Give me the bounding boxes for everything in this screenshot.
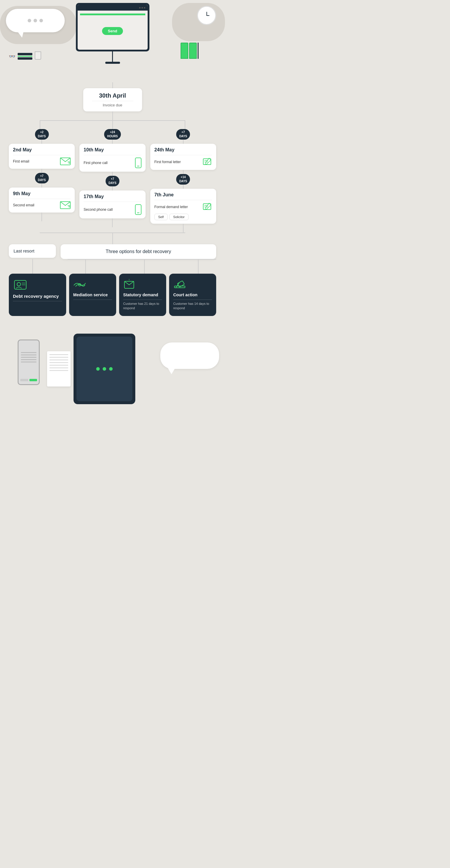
- coffee-cup-icon: [35, 52, 41, 60]
- flow-container: 30th April Invoice due +2 DAYS: [0, 82, 225, 316]
- binders: [181, 42, 199, 59]
- speech-bubble: [6, 9, 65, 32]
- last-resort-box: Last resort: [9, 244, 56, 258]
- send-button[interactable]: Send: [102, 27, 123, 35]
- self-tag[interactable]: Self: [154, 214, 168, 220]
- badge-7days-1: +7 DAYS: [35, 173, 49, 183]
- recovery-row: Debt recovery agency Mediation service: [9, 274, 216, 316]
- badge-14days: +14 DAYS: [176, 174, 190, 185]
- step-date: 9th May: [13, 191, 70, 196]
- step-17th-may: 17th May Second phone call: [80, 190, 145, 218]
- tablet-device: [73, 334, 135, 404]
- badge-7days-2: +7 DAYS: [106, 176, 119, 186]
- svg-point-19: [17, 282, 21, 286]
- svg-text:!: !: [128, 279, 129, 281]
- step-7th-june: 7th June Formal demand letter Self: [150, 189, 216, 224]
- pen-icon-2: [202, 203, 212, 211]
- invoice-label: Invoice due: [92, 103, 133, 107]
- step-date: 17th May: [84, 194, 141, 199]
- paper-doc: [47, 351, 70, 386]
- invoice-box: 30th April Invoice due: [83, 88, 142, 112]
- step-date: 2nd May: [13, 147, 70, 153]
- step-date: 24th May: [154, 147, 212, 153]
- badge-24hours: +24 HOURS: [104, 129, 121, 140]
- pen-icon: [202, 158, 212, 166]
- tag-row: Self Solicitor: [154, 214, 212, 220]
- recovery-desc: Customer has 14 days to respond: [173, 302, 212, 311]
- step-date: 7th June: [154, 192, 212, 197]
- statutory-card: ! Statutory demand Customer has 21 days …: [119, 274, 166, 316]
- recovery-desc: Customer has 21 days to respond: [123, 302, 162, 311]
- invoice-date: 30th April: [92, 92, 133, 99]
- gavel-icon: [173, 279, 186, 289]
- statutory-icon: !: [123, 279, 135, 289]
- glasses-icon: 👓: [9, 53, 15, 60]
- monitor: Send: [76, 3, 149, 64]
- phone-icon: [135, 158, 142, 168]
- solicitor-tag[interactable]: Solicitor: [170, 214, 188, 220]
- col-letter: +7 DAYS 24th May First formal letter: [150, 129, 216, 232]
- clock: [197, 6, 216, 25]
- envelope-icon-2: [60, 202, 70, 209]
- person-id-icon: [13, 279, 28, 291]
- bottom-speech-bubble: [160, 342, 219, 369]
- badge-7days-3: +7 DAYS: [176, 129, 190, 140]
- step-9th-may: 9th May Second email: [9, 188, 75, 213]
- step-desc: Second phone call: [84, 208, 113, 212]
- col-email: +2 DAYS 2nd May First email: [9, 129, 75, 221]
- step-desc: First phone call: [84, 161, 107, 165]
- step-10th-may: 10th May First phone call: [80, 144, 145, 172]
- bottom-illustration: [0, 328, 225, 422]
- last-resort-label: Last resort: [13, 248, 34, 253]
- three-options-box: Three options for debt recovery: [61, 244, 216, 259]
- mediation-card: Mediation service: [69, 274, 116, 316]
- step-desc: Second email: [13, 203, 34, 207]
- badge-2days: +2 DAYS: [35, 129, 49, 140]
- step-2nd-may: 2nd May First email: [9, 144, 75, 169]
- recovery-title: Debt recovery agency: [13, 293, 62, 301]
- step-24th-may: 24th May First formal letter: [150, 144, 216, 170]
- handshake-icon: [73, 279, 86, 289]
- col-phone: +24 HOURS 10th May First phone call +7 D…: [80, 129, 145, 227]
- top-illustration: Send 👓: [0, 0, 225, 82]
- step-desc: Formal demand letter: [154, 205, 188, 209]
- phone-icon-2: [135, 204, 142, 215]
- envelope-icon: [60, 158, 70, 165]
- court-card: Court action Customer has 14 days to res…: [169, 274, 216, 316]
- debt-recovery-card: Debt recovery agency: [9, 274, 66, 316]
- recovery-title: Mediation service: [73, 292, 112, 300]
- step-desc: First email: [13, 159, 29, 163]
- phone-device: [18, 340, 40, 385]
- recovery-title: Court action: [173, 292, 212, 300]
- step-date: 10th May: [84, 147, 141, 153]
- recovery-title: Statutory demand: [123, 292, 162, 300]
- step-desc: First formal letter: [154, 160, 181, 164]
